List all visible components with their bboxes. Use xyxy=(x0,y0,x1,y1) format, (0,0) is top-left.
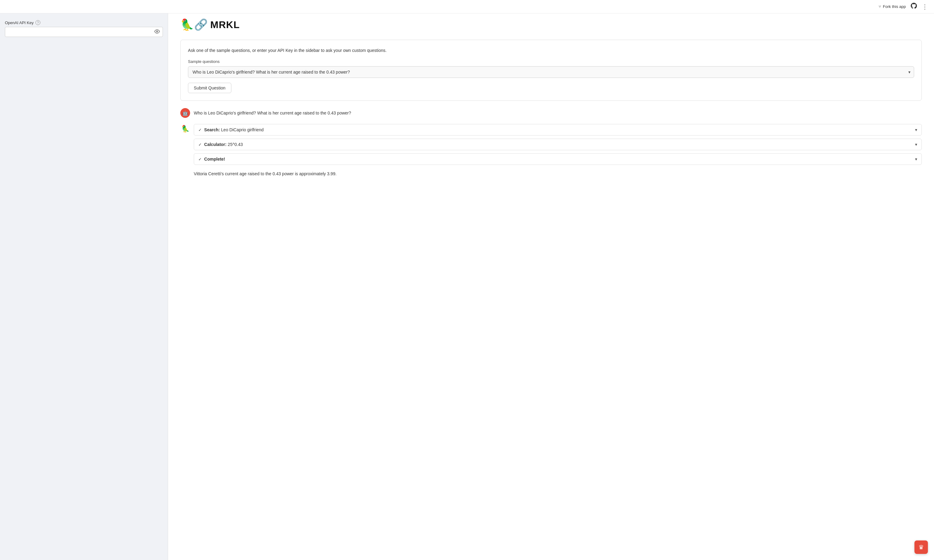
agent-avatar-emoji: 🦜 xyxy=(181,125,190,133)
user-avatar: 🤖 xyxy=(180,108,190,118)
help-icon[interactable]: ? xyxy=(36,20,40,25)
app-title-row: 🦜🔗 MRKL xyxy=(180,18,922,31)
crown-icon: ♛ xyxy=(919,543,924,551)
step-search-label: Search: Leo DiCaprio girlfriend xyxy=(204,127,264,132)
api-key-input[interactable] xyxy=(5,27,163,37)
step-calculator-label: Calculator: 25^0.43 xyxy=(204,142,243,147)
svg-point-0 xyxy=(156,31,158,32)
check-icon-calculator: ✓ xyxy=(198,142,202,147)
api-key-input-wrapper xyxy=(5,27,163,37)
step-complete[interactable]: ✓ Complete! ▾ xyxy=(194,153,922,165)
app-emoji: 🦜🔗 xyxy=(180,18,208,31)
check-icon-complete: ✓ xyxy=(198,157,202,162)
user-message-row: 🤖 Who is Leo DiCaprio's girlfriend? What… xyxy=(180,108,922,118)
sample-questions-label: Sample questions xyxy=(188,59,914,64)
api-key-label-row: OpenAI API Key ? xyxy=(5,20,163,25)
sample-question-select[interactable]: Who is Leo DiCaprio's girlfriend? What i… xyxy=(188,66,914,78)
main-content: 🦜🔗 MRKL Ask one of the sample questions,… xyxy=(168,0,934,560)
fork-icon: ⑂ xyxy=(879,4,881,9)
step-complete-label: Complete! xyxy=(204,157,225,162)
app-title: MRKL xyxy=(210,19,239,31)
answer-text: Vittoria Ceretti's current age raised to… xyxy=(194,171,922,177)
step-chevron-search: ▾ xyxy=(915,127,917,132)
agent-row: 🦜 ✓ Search: Leo DiCaprio girlfriend ▾ xyxy=(180,124,922,177)
submit-question-button[interactable]: Submit Question xyxy=(188,83,232,93)
card-description: Ask one of the sample questions, or ente… xyxy=(188,47,914,54)
sidebar: ✕ OpenAI API Key ? xyxy=(0,0,168,560)
chat-section: 🤖 Who is Leo DiCaprio's girlfriend? What… xyxy=(180,108,922,177)
sample-question-wrapper: Who is Leo DiCaprio's girlfriend? What i… xyxy=(188,66,914,78)
question-card: Ask one of the sample questions, or ente… xyxy=(180,40,922,101)
agent-steps: ✓ Search: Leo DiCaprio girlfriend ▾ ✓ Ca… xyxy=(194,124,922,177)
more-options-icon[interactable]: ⋮ xyxy=(922,3,928,11)
agent-avatar: 🦜 xyxy=(180,124,190,134)
fork-button[interactable]: ⑂ Fork this app xyxy=(879,4,906,9)
eye-icon[interactable] xyxy=(154,29,160,35)
step-search[interactable]: ✓ Search: Leo DiCaprio girlfriend ▾ xyxy=(194,124,922,135)
github-icon[interactable] xyxy=(911,3,917,11)
check-icon-search: ✓ xyxy=(198,128,202,132)
user-avatar-emoji: 🤖 xyxy=(182,110,188,116)
topbar: ⑂ Fork this app ⋮ xyxy=(0,0,934,14)
fork-label: Fork this app xyxy=(883,4,906,9)
api-key-label: OpenAI API Key xyxy=(5,20,34,25)
step-chevron-complete: ▾ xyxy=(915,157,917,162)
user-message-text: Who is Leo DiCaprio's girlfriend? What i… xyxy=(194,108,351,116)
crown-badge[interactable]: ♛ xyxy=(914,540,928,554)
step-calculator[interactable]: ✓ Calculator: 25^0.43 ▾ xyxy=(194,138,922,150)
step-chevron-calculator: ▾ xyxy=(915,142,917,147)
